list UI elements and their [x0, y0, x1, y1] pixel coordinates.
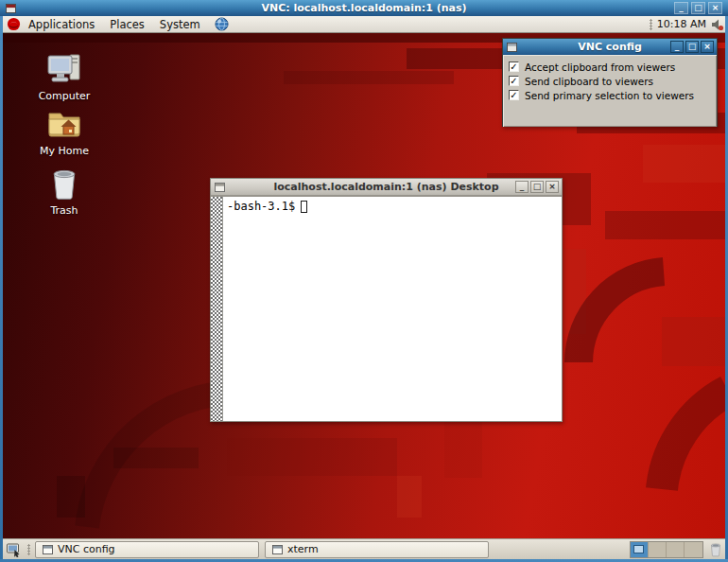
- xterm-titlebar[interactable]: localhost.localdomain:1 (nas) Desktop _ …: [211, 179, 562, 196]
- vnc-config-body: ✓ Accept clipboard from viewers ✓ Send c…: [503, 55, 717, 127]
- xterm-scrollbar[interactable]: [211, 197, 223, 421]
- maximize-button[interactable]: □: [530, 181, 544, 193]
- task-label: VNC config: [58, 543, 115, 555]
- panel-separator: [650, 19, 652, 30]
- desktop-icon-computer[interactable]: Computer: [26, 52, 102, 102]
- option-accept-clipboard: ✓ Accept clipboard from viewers: [509, 60, 711, 74]
- terminal-cursor: [301, 201, 307, 213]
- taskbar-separator: [27, 544, 30, 555]
- window-icon: [272, 545, 283, 554]
- workspace-switcher: [630, 541, 703, 558]
- show-desktop-button[interactable]: [6, 542, 22, 557]
- maximize-button[interactable]: □: [691, 2, 705, 14]
- desktop[interactable]: Computer My Home Trash: [0, 33, 728, 538]
- vnc-viewer-title: VNC: localhost.localdomain:1 (nas): [0, 2, 728, 14]
- close-button[interactable]: ×: [546, 181, 559, 193]
- vnc-config-window: VNC config _ □ × ✓ Accept clipboard from…: [502, 38, 718, 127]
- terminal-content[interactable]: -bash-3.1$: [211, 196, 562, 421]
- menu-places[interactable]: Places: [102, 16, 152, 32]
- xterm-title: localhost.localdomain:1 (nas) Desktop: [211, 181, 562, 193]
- minimize-button[interactable]: _: [670, 41, 684, 53]
- option-send-primary-selection: ✓ Send primary selection to viewers: [509, 88, 711, 102]
- close-button[interactable]: ×: [701, 41, 714, 53]
- window-border-left: [0, 16, 3, 562]
- trash-icon: [50, 167, 78, 202]
- menu-applications[interactable]: Applications: [21, 16, 102, 32]
- desktop-icon-label: My Home: [40, 145, 89, 157]
- checkbox-label: Accept clipboard from viewers: [525, 61, 675, 73]
- gnome-top-panel: Applications Places System 10:18 AM: [0, 16, 728, 33]
- menu-system[interactable]: System: [152, 16, 208, 32]
- task-button-xterm[interactable]: xterm: [265, 541, 489, 558]
- minimize-button[interactable]: _: [674, 2, 688, 14]
- desktop-icon-trash[interactable]: Trash: [26, 167, 102, 217]
- vnc-viewer-window: VNC: localhost.localdomain:1 (nas) _ □ ×…: [0, 0, 728, 562]
- window-icon: [43, 545, 53, 554]
- shell-prompt: -bash-3.1$: [227, 200, 295, 213]
- checkbox-send-primary-selection[interactable]: ✓: [509, 90, 519, 100]
- home-folder-icon: [46, 107, 82, 142]
- trash-applet-icon[interactable]: [708, 542, 723, 557]
- desktop-icon-label: Trash: [50, 204, 78, 217]
- checkbox-label: Send primary selection to viewers: [525, 90, 694, 101]
- checkbox-accept-clipboard[interactable]: ✓: [509, 61, 519, 72]
- computer-icon: [46, 52, 82, 87]
- xterm-window: localhost.localdomain:1 (nas) Desktop _ …: [210, 178, 563, 422]
- workspace-1[interactable]: [631, 542, 649, 557]
- vnc-viewer-titlebar[interactable]: VNC: localhost.localdomain:1 (nas) _ □ ×: [0, 0, 728, 16]
- maximize-button[interactable]: □: [685, 41, 699, 53]
- close-button[interactable]: ×: [708, 2, 722, 14]
- workspace-3[interactable]: [667, 542, 685, 557]
- terminal-output: -bash-3.1$: [227, 200, 307, 213]
- checkbox-send-clipboard[interactable]: ✓: [509, 76, 519, 86]
- checkbox-label: Send clipboard to viewers: [525, 76, 653, 87]
- task-label: xterm: [287, 543, 319, 555]
- desktop-icon-my-home[interactable]: My Home: [26, 107, 102, 157]
- volume-icon[interactable]: [711, 18, 724, 31]
- clock[interactable]: 10:18 AM: [657, 18, 706, 30]
- redhat-menu-icon[interactable]: [7, 17, 21, 31]
- vnc-config-titlebar[interactable]: VNC config _ □ ×: [503, 39, 717, 55]
- minimize-button[interactable]: _: [515, 181, 529, 193]
- web-browser-launcher-globe-icon[interactable]: [215, 17, 229, 31]
- task-button-vnc-config[interactable]: VNC config: [35, 541, 259, 558]
- workspace-2[interactable]: [649, 542, 667, 557]
- gnome-bottom-panel: VNC config xterm: [0, 538, 728, 559]
- workspace-4[interactable]: [685, 542, 702, 557]
- desktop-icon-label: Computer: [39, 90, 91, 102]
- option-send-clipboard: ✓ Send clipboard to viewers: [509, 74, 711, 88]
